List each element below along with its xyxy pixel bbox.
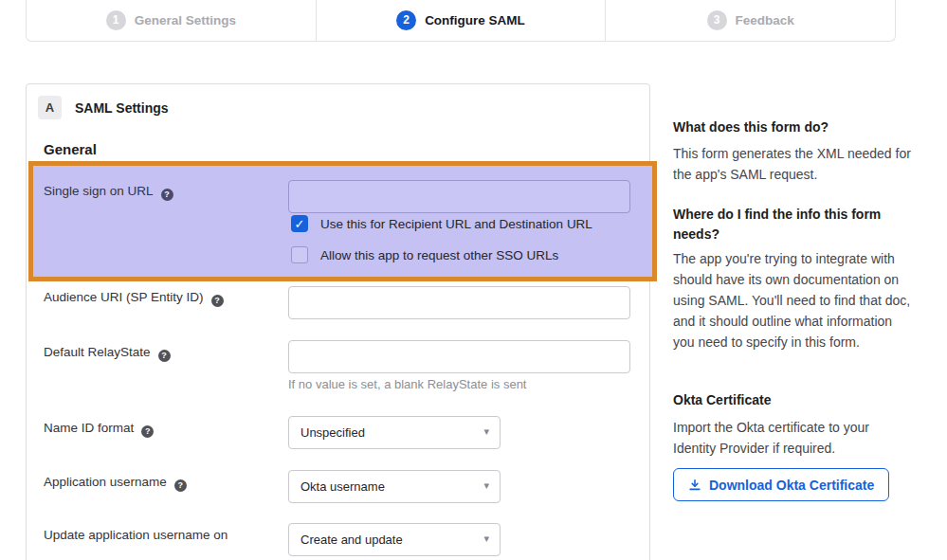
application-username-value: Okta username [300,479,385,494]
default-relaystate-label: Default RelayState? [44,345,171,362]
help-icon[interactable]: ? [211,295,224,307]
where-info-body: The app you're trying to integrate with … [673,248,912,352]
single-sign-on-url-input[interactable] [288,180,630,213]
recipient-url-checkbox-label: Use this for Recipient URL and Destinati… [320,217,592,231]
other-sso-checkbox[interactable] [291,246,308,263]
help-icon[interactable]: ? [161,189,173,201]
step-1-circle: 1 [106,10,126,30]
okta-certificate-heading: Okta Certificate [673,390,912,410]
update-application-username-label: Update application username on [44,528,228,542]
where-info-heading: Where do I find the info this form needs… [673,205,912,244]
name-id-format-value: Unspecified [300,425,365,440]
other-sso-checkbox-row: Allow this app to request other SSO URLs [291,246,558,263]
sso-highlight-region: Single sign on URL? ✓ Use this for Recip… [28,161,657,281]
help-icon[interactable]: ? [174,479,187,492]
single-sign-on-url-label: Single sign on URL? [44,184,173,201]
general-section-heading: General [44,141,97,157]
section-a-badge: A [38,96,62,119]
relaystate-hint: If no value is set, a blank RelayState i… [288,377,526,391]
okta-certificate-body: Import the Okta certificate to your Iden… [673,417,912,459]
tab-feedback[interactable]: 3 Feedback [605,0,895,41]
wizard-step-bar: 1 General Settings 2 Configure SAML 3 Fe… [26,0,896,42]
step-3-circle: 3 [707,10,727,30]
update-application-username-value: Create and update [300,533,403,547]
audience-uri-label: Audience URI (SP Entity ID)? [44,290,224,307]
help-icon[interactable]: ? [158,350,171,362]
single-sign-on-url-label-text: Single sign on URL [44,184,154,198]
download-icon [688,479,701,492]
what-form-heading: What does this form do? [673,117,912,137]
other-sso-checkbox-label: Allow this app to request other SSO URLs [320,248,558,262]
help-icon[interactable]: ? [141,425,154,438]
recipient-url-checkbox-row: ✓ Use this for Recipient URL and Destina… [291,215,592,232]
help-sidebar: What does this form do? This form genera… [673,117,912,560]
default-relaystate-label-text: Default RelayState [44,345,151,359]
name-id-format-label-text: Name ID format [44,421,134,435]
download-button-label: Download Okta Certificate [709,478,874,493]
chevron-down-icon: ▾ [483,425,489,438]
audience-uri-input[interactable] [288,286,630,319]
step-2-label: Configure SAML [425,13,525,27]
step-2-circle: 2 [396,10,416,30]
name-id-format-label: Name ID format? [44,421,154,438]
step-1-label: General Settings [135,13,236,27]
chevron-down-icon: ▾ [483,533,489,545]
card-title: SAML Settings [75,100,169,116]
application-username-label-text: Application username [44,475,167,489]
what-form-body: This form generates the XML needed for t… [673,143,912,185]
download-okta-certificate-button[interactable]: Download Okta Certificate [673,468,889,501]
audience-uri-label-text: Audience URI (SP Entity ID) [44,290,204,304]
tab-general-settings[interactable]: 1 General Settings [27,0,316,41]
step-3-label: Feedback [736,13,794,27]
sso-highlight-content: Single sign on URL? ✓ Use this for Recip… [33,166,652,277]
application-username-select[interactable]: Okta username ▾ [288,470,501,503]
tab-configure-saml[interactable]: 2 Configure SAML [316,0,606,41]
chevron-down-icon: ▾ [483,479,489,492]
application-username-label: Application username? [44,475,187,492]
default-relaystate-input[interactable] [288,340,630,373]
name-id-format-select[interactable]: Unspecified ▾ [288,416,501,449]
recipient-url-checkbox[interactable]: ✓ [291,215,308,232]
update-application-username-select[interactable]: Create and update ▾ [288,523,501,556]
configure-saml-page: 1 General Settings 2 Configure SAML 3 Fe… [0,0,947,560]
update-application-username-label-text: Update application username on [44,528,228,542]
